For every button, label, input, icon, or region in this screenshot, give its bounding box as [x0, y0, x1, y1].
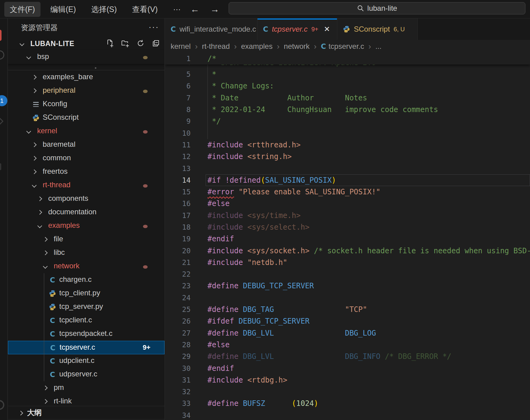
breadcrumb-item-kernel[interactable]: kernel: [171, 42, 191, 51]
code-line-24[interactable]: 24: [165, 292, 530, 304]
menu-item-1[interactable]: 文件(F): [4, 2, 41, 17]
tree-item-components[interactable]: components: [8, 192, 164, 206]
tree-item-network[interactable]: network: [8, 260, 164, 273]
tree-item-file[interactable]: file: [8, 233, 164, 246]
close-icon[interactable]: ✕: [324, 25, 330, 33]
code-line-7[interactable]: 7 * Date Author Notes: [165, 92, 530, 104]
code-line-32[interactable]: 32: [165, 386, 530, 398]
breadcrumb-item-network[interactable]: network: [284, 42, 310, 51]
code-line-14[interactable]: 14#if !defined(SAL_USING_POSIX): [165, 174, 530, 186]
code-line-30[interactable]: 30#endif: [165, 362, 530, 374]
tree-item-baremetal[interactable]: baremetal: [8, 138, 164, 152]
code-line-19[interactable]: 19#endif: [165, 233, 530, 245]
menu-item-5[interactable]: ···: [168, 2, 186, 16]
tab-wifi-interactive-mode-c[interactable]: Cwifi_interactive_mode.c: [165, 18, 257, 40]
breadcrumb-item-rt-thread[interactable]: rt-thread: [202, 42, 230, 51]
tree-item-bsp[interactable]: bsp: [8, 50, 164, 64]
tree-item-chargen-c[interactable]: Cchargen.c: [8, 273, 164, 287]
collapse-all-button[interactable]: [152, 39, 160, 48]
git-status-dot: [143, 56, 148, 59]
code-line-22[interactable]: 22: [165, 268, 530, 280]
outline-section-header[interactable]: 大纲: [8, 406, 164, 419]
tree-item-label: tcp_server.py: [59, 302, 103, 311]
tree-item-peripheral[interactable]: peripheral: [8, 84, 164, 98]
python-file-icon: [343, 25, 350, 33]
file-tree: examples_bareperipheralKconfigSConscript…: [8, 71, 164, 408]
code-line-27[interactable]: 27#define DBG_LVL DBG_LOG: [165, 327, 530, 339]
tree-item-tcp-server-py[interactable]: tcp_server.py: [8, 300, 164, 314]
tree-item-freertos[interactable]: freertos: [8, 165, 164, 179]
tree-item-common[interactable]: common: [8, 152, 164, 165]
section-header-luban-lite[interactable]: LUBAN-LITE: [8, 37, 164, 50]
code-line-15[interactable]: 15#error "Please enable SAL_USING_POSIX!…: [165, 186, 530, 198]
tab-tcpserver-c[interactable]: Ctcpserver.c9+✕: [257, 18, 337, 40]
code-line-34[interactable]: 34: [165, 410, 530, 420]
python-file-icon: [48, 302, 57, 312]
code-editor[interactable]: 1/* 4 * SPDX-License-Identifier: Apache-…: [165, 53, 530, 420]
nav-back-button[interactable]: ←: [190, 0, 199, 18]
code-line-20[interactable]: 20#include <sys/socket.h> /* socket.h he…: [165, 245, 530, 256]
nav-forward-button[interactable]: →: [210, 0, 219, 18]
tree-item-udpclient-c[interactable]: Cudpclient.c: [8, 354, 164, 368]
tree-item-tcpserver-c[interactable]: Ctcpserver.c9+: [8, 341, 164, 354]
code-line-31[interactable]: 31#include <rtdbg.h>: [165, 374, 530, 386]
breadcrumb-item--[interactable]: ...: [375, 42, 381, 51]
code-line-13[interactable]: 13: [165, 162, 530, 174]
line-number: 33: [165, 399, 207, 407]
code-line-10[interactable]: 10: [165, 127, 530, 139]
c-file-icon: C: [48, 356, 57, 366]
breadcrumb-item-examples[interactable]: examples: [241, 42, 273, 51]
code-line-11[interactable]: 11#include <rtthread.h>: [165, 139, 530, 151]
tree-item-documentation[interactable]: documentation: [8, 206, 164, 219]
code-line-33[interactable]: 33#define BUFSZ (1024): [165, 398, 530, 409]
sidebar-header: 资源管理器 ···: [8, 18, 164, 37]
code-line-18[interactable]: 18#include <sys/select.h>: [165, 221, 530, 233]
line-number: 8: [165, 106, 207, 114]
refresh-icon[interactable]: [136, 39, 145, 48]
line-number: 28: [165, 341, 207, 349]
tab-sconscript[interactable]: SConscript6, U: [337, 18, 418, 40]
code-line-4[interactable]: 4 * SPDX-License-Identifier: Apache-2.0: [165, 64, 530, 68]
code-line-21[interactable]: 21#include "netdb.h": [165, 257, 530, 268]
tree-item-tcpclient-c[interactable]: Ctcpclient.c: [8, 314, 164, 327]
sticky-scroll-line-1[interactable]: 1/*: [165, 53, 530, 64]
tree-item-pm[interactable]: pm: [8, 381, 164, 395]
new-file-button[interactable]: [106, 39, 114, 48]
code-line-17[interactable]: 17#include <sys/time.h>: [165, 210, 530, 221]
menu-item-2[interactable]: 编辑(E): [45, 2, 81, 17]
sidebar-more-actions-button[interactable]: ···: [149, 22, 159, 32]
code-line-5[interactable]: 5 *: [165, 68, 530, 80]
menu-item-4[interactable]: 查看(V): [127, 2, 163, 17]
tree-item-kconfig[interactable]: Kconfig: [8, 98, 164, 111]
code-line-29[interactable]: 29#define DBG_LVL DBG_INFO /* DBG_ERROR …: [165, 351, 530, 362]
breadcrumb-separator: ›: [277, 42, 280, 51]
code-line-12[interactable]: 12#include <string.h>: [165, 151, 530, 162]
command-center-search[interactable]: luban-lite: [229, 2, 525, 14]
line-number: 1: [165, 55, 207, 63]
tree-item-tcpsendpacket-c[interactable]: Ctcpsendpacket.c: [8, 327, 164, 341]
code-line-25[interactable]: 25#define DBG_TAG "TCP": [165, 304, 530, 315]
code-line-16[interactable]: 16#else: [165, 198, 530, 209]
c-file-icon: C: [321, 42, 326, 50]
code-line-8[interactable]: 8 * 2022-01-24 ChungHsuan improve code c…: [165, 104, 530, 115]
code-line-23[interactable]: 23#define DEBUG_TCP_SERVER: [165, 280, 530, 292]
tree-item-rt-thread[interactable]: rt-thread: [8, 179, 164, 192]
code-line-9[interactable]: 9 */: [165, 115, 530, 127]
tree-item-examples-bare[interactable]: examples_bare: [8, 71, 164, 84]
tree-item-tcp-client-py[interactable]: tcp_client.py: [8, 287, 164, 300]
tree-item-sconscript[interactable]: SConscript: [8, 111, 164, 125]
code-line-26[interactable]: 26#ifdef DEBUG_TCP_SERVER: [165, 315, 530, 327]
tree-sticky-item-bsp[interactable]: bsp: [8, 50, 164, 64]
breadcrumb-item-tcpserver-c[interactable]: Ctcpserver.c: [321, 42, 364, 51]
code-line-6[interactable]: 6 * Change Logs:: [165, 80, 530, 92]
code-line-28[interactable]: 28#else: [165, 339, 530, 351]
tree-item-kernel[interactable]: kernel: [8, 125, 164, 138]
tree-item-label: rt-link: [54, 397, 72, 405]
tree-item-udpserver-c[interactable]: Cudpserver.c: [8, 368, 164, 381]
line-number: 27: [165, 329, 207, 337]
tree-item-libc[interactable]: libc: [8, 246, 164, 260]
new-folder-button[interactable]: [121, 39, 130, 48]
menu-item-3[interactable]: 选择(S): [86, 2, 122, 17]
tree-item-examples[interactable]: examples: [8, 219, 164, 233]
code-line-1[interactable]: 1/*: [165, 53, 530, 64]
